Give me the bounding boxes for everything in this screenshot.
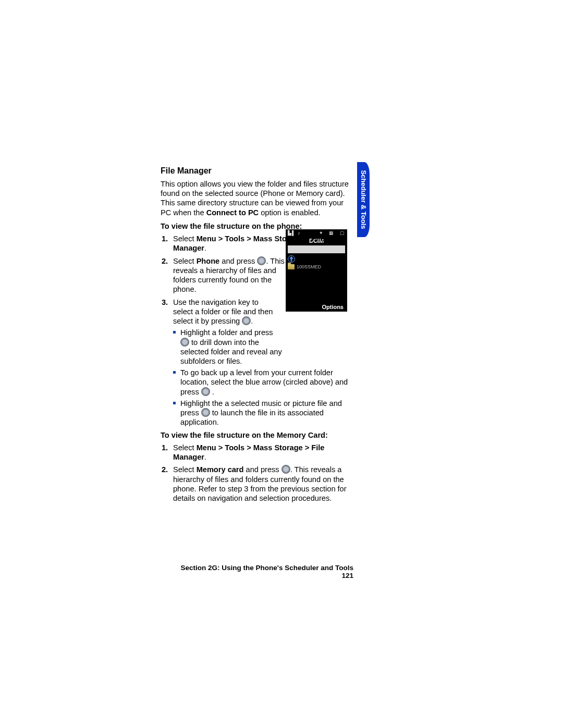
step-3-bullets: Highlight a folder and press to drill do… <box>173 328 353 427</box>
bullet-drilldown: Highlight a folder and press to drill do… <box>173 328 283 366</box>
section-tab-label: Scheduler & Tools <box>357 162 370 237</box>
page-number: 121 <box>341 572 353 579</box>
nav-key-icon <box>282 465 290 474</box>
step-1: 1. Select Menu > Tools > Mass Storage > … <box>161 234 353 253</box>
subheading-view-card: To view the file structure on the Memory… <box>161 430 353 440</box>
step-2: 2. Select Phone and press . This reveals… <box>161 256 288 294</box>
bullet-goback: To go back up a level from your current … <box>173 368 352 397</box>
nav-key-icon <box>242 316 251 325</box>
page-footer: Section 2G: Using the Phone's Scheduler … <box>161 564 353 579</box>
steps-phone-list: 1. Select Menu > Tools > Mass Storage > … <box>161 234 353 427</box>
subheading-view-phone: To view the file structure on the phone: <box>161 221 353 231</box>
nav-key-icon <box>201 387 210 396</box>
footer-section-label: Section 2G: Using the Phone's Scheduler … <box>180 564 353 572</box>
card-step-2: 2. Select Memory card and press . This r… <box>161 465 353 503</box>
section-tab: Scheduler & Tools <box>357 162 370 237</box>
nav-key-icon <box>180 338 189 347</box>
bullet-launch: Highlight the a selected music or pictur… <box>173 399 352 427</box>
nav-key-icon <box>257 256 266 265</box>
step-3: 3. Use the navigation key to select a fo… <box>161 298 353 427</box>
page-title: File Manager <box>161 166 353 176</box>
card-step-1: 1. Select Menu > Tools > Mass Storage > … <box>161 443 353 462</box>
nav-key-icon <box>201 408 210 417</box>
steps-card-list: 1. Select Menu > Tools > Mass Storage > … <box>161 443 353 503</box>
intro-paragraph: This option allows you view the folder a… <box>161 179 353 217</box>
page-content: File Manager This option allows you view… <box>161 166 353 506</box>
